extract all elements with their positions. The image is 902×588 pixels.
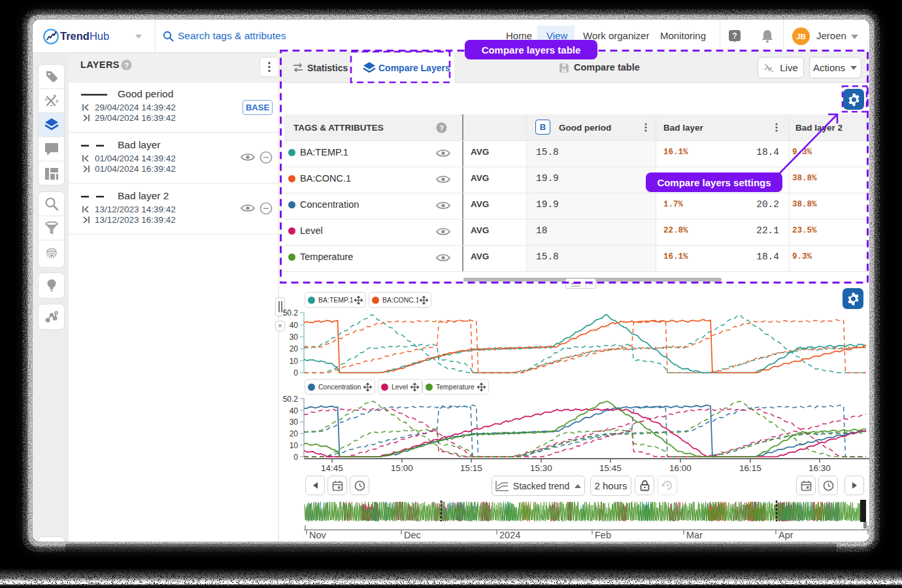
svg-text:?: ? <box>124 61 129 69</box>
svg-text:−: − <box>50 102 54 108</box>
svg-text:x: x <box>56 98 59 104</box>
svg-text:÷: ÷ <box>44 97 48 103</box>
svg-text:?: ? <box>732 31 737 41</box>
svg-text:?: ? <box>439 124 444 132</box>
